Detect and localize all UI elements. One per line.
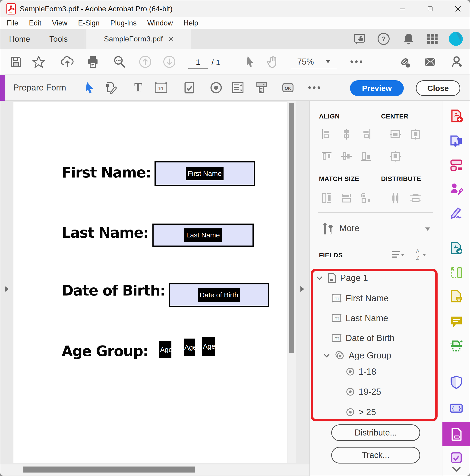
- hand-tool-icon[interactable]: [266, 55, 279, 68]
- tab-document[interactable]: SampleForm3.pdf: [86, 29, 191, 49]
- create-pdf-icon[interactable]: [450, 109, 463, 123]
- menu-view[interactable]: View: [52, 19, 67, 27]
- radio-button-tool-icon[interactable]: [209, 81, 223, 95]
- tab-home[interactable]: Home: [9, 29, 30, 49]
- tree-radio-1-18[interactable]: 1-18: [346, 365, 376, 378]
- save-icon[interactable]: [10, 55, 22, 68]
- chevron-down-icon[interactable]: [315, 274, 323, 282]
- chevron-down-icon[interactable]: [323, 352, 330, 359]
- distribute-horizontally-icon[interactable]: [410, 192, 421, 204]
- last-name-field[interactable]: Last Name: [152, 223, 254, 247]
- checkbox-tool-icon[interactable]: [182, 81, 196, 95]
- email-icon[interactable]: [424, 55, 437, 68]
- age-radio-field-2[interactable]: Age: [184, 339, 195, 356]
- checkbox-tool-rail-icon[interactable]: [450, 451, 463, 464]
- tree-radio-over-25[interactable]: > 25: [346, 406, 376, 419]
- list-box-tool-icon[interactable]: [231, 81, 245, 95]
- horizontal-scrollbar-thumb[interactable]: [23, 466, 195, 473]
- fill-sign-icon[interactable]: [450, 206, 463, 219]
- cloud-upload-icon[interactable]: [61, 55, 74, 68]
- align-bottom-icon[interactable]: [360, 151, 372, 162]
- track-button[interactable]: Track...: [331, 447, 420, 463]
- age-radio-field-3[interactable]: Age: [202, 337, 215, 356]
- align-vertical-middle-icon[interactable]: [341, 151, 352, 162]
- left-pane-expand-arrow[interactable]: [5, 286, 9, 292]
- star-icon[interactable]: [32, 55, 45, 68]
- maximize-button[interactable]: [419, 0, 441, 17]
- close-window-button[interactable]: [447, 0, 469, 17]
- menu-esign[interactable]: E-Sign: [78, 19, 100, 27]
- comment-icon[interactable]: [450, 315, 463, 328]
- vertical-scrollbar-thumb[interactable]: [289, 103, 294, 353]
- tree-page-1[interactable]: Page 1: [315, 272, 368, 284]
- menu-edit[interactable]: Edit: [29, 19, 41, 27]
- tree-age-group[interactable]: Age Group: [323, 349, 391, 362]
- match-width-icon[interactable]: [341, 192, 352, 204]
- match-both-icon[interactable]: [360, 192, 372, 204]
- more-tools-icon[interactable]: [322, 222, 335, 235]
- search-icon[interactable]: [113, 55, 126, 68]
- align-left-icon[interactable]: [321, 128, 332, 140]
- print-icon[interactable]: [86, 55, 99, 68]
- notifications-bell-icon[interactable]: [402, 32, 415, 45]
- toolbar-more-icon[interactable]: [350, 60, 362, 63]
- help-icon[interactable]: ?: [377, 32, 390, 45]
- feedback-icon[interactable]: [353, 32, 366, 45]
- vertical-scrollbar[interactable]: [288, 101, 296, 463]
- page-number-input[interactable]: 1: [188, 56, 208, 69]
- form-more-tools-icon[interactable]: [308, 86, 320, 89]
- protect-pdf-icon[interactable]: [450, 375, 463, 389]
- prepare-form-active-tool[interactable]: [442, 422, 470, 446]
- form-select-tool-icon[interactable]: [83, 81, 97, 95]
- add-text-tool-icon[interactable]: T: [131, 81, 145, 95]
- menu-window[interactable]: Window: [147, 19, 173, 27]
- age-radio-field-1[interactable]: Age: [159, 341, 171, 358]
- select-tool-icon[interactable]: [244, 55, 257, 68]
- align-right-icon[interactable]: [360, 128, 372, 140]
- zoom-dropdown-caret[interactable]: [325, 60, 330, 63]
- date-of-birth-field[interactable]: Date of Birth: [169, 283, 269, 307]
- rail-expand-chevron-icon[interactable]: [450, 466, 463, 474]
- tree-first-name[interactable]: TI First Name: [332, 292, 389, 305]
- edit-pdf-icon[interactable]: [450, 158, 463, 172]
- sort-order-icon[interactable]: [391, 249, 405, 260]
- menu-file[interactable]: File: [7, 19, 18, 27]
- tab-close-icon[interactable]: [169, 36, 174, 41]
- center-both-icon[interactable]: [390, 151, 401, 162]
- sort-alphabetical-icon[interactable]: AZ: [414, 248, 429, 261]
- center-vertically-icon[interactable]: [410, 128, 421, 140]
- send-for-review-icon[interactable]: [450, 242, 463, 255]
- print-production-icon[interactable]: [450, 339, 463, 352]
- review-comments-icon[interactable]: [450, 290, 463, 303]
- align-horizontal-center-icon[interactable]: [341, 128, 352, 140]
- match-height-icon[interactable]: [321, 192, 332, 204]
- more-dropdown-caret[interactable]: [425, 227, 430, 231]
- request-signatures-icon[interactable]: [450, 183, 463, 196]
- crop-pages-icon[interactable]: [450, 266, 463, 279]
- distribute-vertically-icon[interactable]: [390, 192, 401, 204]
- align-top-icon[interactable]: [321, 151, 332, 162]
- text-field-tool-icon[interactable]: TI: [154, 81, 168, 95]
- button-tool-icon[interactable]: OK: [281, 81, 295, 95]
- user-avatar[interactable]: [449, 32, 463, 46]
- app-grid-icon[interactable]: [426, 32, 439, 45]
- add-user-icon[interactable]: [451, 55, 464, 68]
- first-name-field[interactable]: First Name: [155, 161, 255, 186]
- menu-plugins[interactable]: Plug-Ins: [110, 19, 137, 27]
- previous-page-icon[interactable]: [139, 55, 152, 68]
- next-page-icon[interactable]: [163, 55, 176, 68]
- tree-last-name[interactable]: TI Last Name: [332, 312, 388, 325]
- menu-help[interactable]: Help: [183, 19, 198, 27]
- close-form-button[interactable]: Close: [416, 80, 460, 96]
- tab-tools[interactable]: Tools: [49, 29, 68, 49]
- distribute-button[interactable]: Distribute...: [331, 425, 420, 441]
- right-panel-collapse-arrow[interactable]: [300, 286, 304, 292]
- minimize-button[interactable]: [392, 0, 413, 17]
- export-pdf-icon[interactable]: [450, 135, 463, 148]
- javascript-icon[interactable]: { }: [450, 402, 463, 415]
- center-horizontally-icon[interactable]: [390, 128, 401, 140]
- more-label[interactable]: More: [339, 223, 360, 233]
- preview-button[interactable]: Preview: [350, 80, 404, 96]
- dropdown-tool-icon[interactable]: [254, 81, 269, 95]
- horizontal-scrollbar[interactable]: [0, 464, 309, 475]
